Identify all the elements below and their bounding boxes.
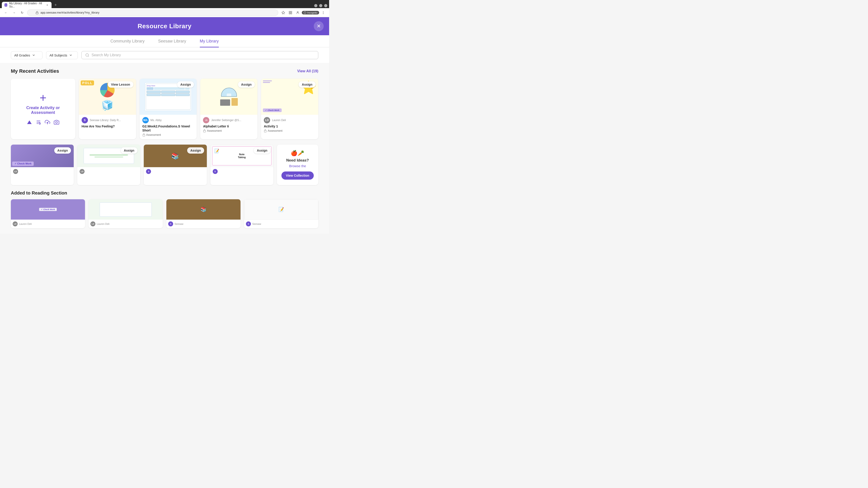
check-work-card[interactable]: ✓ Check Work Assign LD [11,144,74,185]
assign-check-work[interactable]: Assign [54,147,71,154]
worksheet-badge: Assessment [143,133,194,136]
ideas-title: Need Ideas? [286,158,309,163]
activity1-badge-label: Assessment [268,129,282,132]
svg-point-18 [56,122,57,123]
poll-card-info: S Seesaw Library: Daily R... How Are You… [79,115,136,132]
monster-emoji: 🧊 [101,100,113,111]
back-btn[interactable]: ← [3,9,9,16]
assign-button-worksheet[interactable]: Assign [177,81,194,88]
r3-author-name: Seesaw [175,223,183,225]
assessment-icon-3 [264,129,267,132]
poll-card-thumb: POLL 🧊 View Lesson [79,78,136,115]
nav-tabs: Community Library Seesaw Library My Libr… [0,35,329,47]
window-minimize[interactable] [314,4,317,7]
grades-dropdown[interactable]: All Grades [11,51,42,59]
check-work-label: ✓ Check Work [263,108,281,112]
reading-card-4[interactable]: 📝 S Seesaw [244,199,318,228]
worksheet-card-info: MA Ms. Abby G2.Week2.Foundations.S Vowel… [140,115,197,139]
poll-author-name: Seesaw Library: Daily R... [90,119,121,122]
connect-card[interactable]: Assign LD [77,144,140,185]
reading-3-author: S Seesaw [168,221,239,226]
connect-thumb: Assign [77,144,140,167]
review-thumb: 📚 Assign [144,144,207,167]
new-tab-btn[interactable]: + [53,2,59,8]
poll-card[interactable]: POLL 🧊 View Lesson S Seesaw Library: Dai… [79,78,136,139]
reading-4-info: S Seesaw [244,220,318,228]
app-header: Resource Library ✕ [0,17,329,35]
r2-visual [100,202,152,217]
note-avatar: S [213,169,218,174]
view-lesson-button[interactable]: View Lesson [108,81,133,88]
subjects-dropdown[interactable]: All Subjects [46,51,78,59]
address-bar[interactable]: app.seesaw.me/#/activities/library?my_li… [27,9,278,16]
activity1-author: LD Lauren Deli [264,117,315,123]
svg-rect-3 [291,13,292,14]
create-icons-row [26,119,60,126]
svg-rect-0 [36,12,38,14]
reading-card-1[interactable]: ✓ Check Work LD Lauren Deli [11,199,85,228]
igloo-scene [220,88,238,106]
svg-rect-2 [291,11,292,12]
alphabet-card-title: Alphabet Letter Ii [203,124,255,128]
assign-note[interactable]: Assign [254,147,271,154]
tablet-shape [231,98,238,106]
tab-community-library[interactable]: Community Library [110,39,145,47]
alphabet-card-info: JS Jennifer Seitsinger @S... Alphabet Le… [200,115,257,135]
svg-rect-1 [289,11,290,12]
worksheet-card[interactable]: Drop Here [140,78,197,139]
forward-btn[interactable]: → [11,9,17,16]
window-maximize[interactable] [319,4,322,7]
review-avatar: S [146,169,151,174]
window-close[interactable] [324,4,327,7]
reading-1-author: LD Lauren Deli [13,221,83,226]
profile-btn[interactable] [294,9,301,16]
assign-connect[interactable]: Assign [121,147,138,154]
note-taking-card[interactable]: NoteTaking 📝 Assign S [211,144,273,185]
lock-icon [35,11,39,14]
browser-toolbar: ← → ↻ app.seesaw.me/#/activities/library… [0,8,329,17]
create-activity-card[interactable]: + Create Activity or Assessment [11,78,75,139]
extensions-btn[interactable] [287,9,293,16]
close-button[interactable]: ✕ [314,21,324,31]
activity1-card[interactable]: ✓ Check Work ⭐ Assign LD Lauren Deli Act… [261,78,318,139]
search-bar[interactable] [81,51,318,59]
worksheet-card-title: G2.Week2.Foundations.S Vowel Short [143,124,194,132]
review-card[interactable]: 📚 Assign S [144,144,207,185]
svg-line-11 [88,56,89,57]
reading-2-author: LD Lauren Deli [90,221,161,226]
create-plus-icon: + [39,92,46,104]
assign-review[interactable]: Assign [187,147,204,154]
view-collection-button[interactable]: View Collection [281,171,314,180]
create-label: Create Activity or Assessment [14,105,72,115]
svg-marker-12 [27,121,32,124]
view-all-link[interactable]: View All (19) [297,69,318,73]
connect-avatar: LD [80,169,85,174]
bookmark-btn[interactable] [280,9,286,16]
subjects-label: All Subjects [50,53,67,57]
menu-btn[interactable] [320,9,327,16]
tab-seesaw-library[interactable]: Seesaw Library [158,39,186,47]
r2-avatar: LD [90,221,95,226]
assign-button-activity1[interactable]: Assign [299,81,315,88]
jennifer-avatar: JS [203,117,209,123]
alphabet-card[interactable]: Assign JS Jennifer Seitsinger @S... Alph… [200,78,257,139]
chevron-down-icon-2 [69,53,72,57]
formula-icon [35,119,42,126]
activity1-card-info: LD Lauren Deli Activity 1 Assessment [261,115,318,135]
tab-close-btn[interactable]: ✕ [46,3,49,7]
search-input[interactable] [92,53,314,57]
tab-my-library[interactable]: My Library [200,39,219,47]
r2-author-name: Lauren Deli [97,223,110,225]
active-tab[interactable]: S My Library - All Grades - All Su... ✕ [2,2,52,8]
reading-card-2[interactable]: LD Lauren Deli [89,199,163,228]
note-thumb: NoteTaking 📝 Assign [211,144,273,167]
assign-button-alphabet[interactable]: Assign [238,81,255,88]
worksheet-badge-label: Assessment [146,133,161,136]
check-work-author-row: LD [13,169,71,174]
grades-label: All Grades [14,53,30,57]
reading-card-3[interactable]: 📚 S Seesaw [166,199,241,228]
recent-activities-row: + Create Activity or Assessment [11,78,318,139]
r1-avatar: LD [13,221,18,226]
refresh-btn[interactable]: ↻ [19,9,25,16]
reading-1-info: LD Lauren Deli [11,220,85,228]
